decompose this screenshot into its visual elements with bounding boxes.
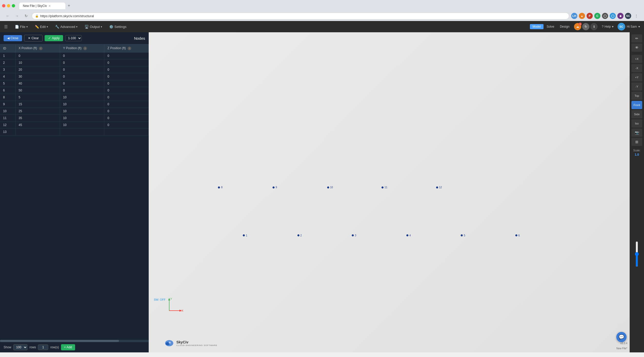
skyciv-logo: SkyCiv Cloud Engineering Software [164,338,217,348]
edit-tool-button[interactable]: ✏ [631,34,642,43]
svg-text:X: X [182,309,184,312]
clear-x-icon: ✕ [28,36,31,40]
lock-icon: 🔒 [35,14,39,18]
ext-icon-2[interactable]: ▲ [579,13,585,19]
info-icon-btn[interactable]: ℹ [590,23,598,30]
reload-button[interactable]: ↻ [23,12,30,19]
svg-marker-1 [168,298,170,300]
app-header: ☰ 📄 File ▾ ✏️ Edit ▾ 🔧 Advanced ▾ 🖥️ Out… [0,21,644,32]
nav-advanced[interactable]: 🔧 Advanced ▾ [52,23,80,31]
row-count-input[interactable] [38,344,48,350]
tab-design[interactable]: Design [557,24,572,29]
ext-icon-3[interactable]: P [587,13,593,19]
sync-icon-btn[interactable]: ↻ [582,23,589,30]
top-view-button[interactable]: Top [631,92,642,100]
node-9: 9 [273,186,277,189]
panel-bottom: Show 100 rows row(s) + Add [0,342,149,352]
logo-text: SkyCiv [176,340,217,344]
table-row: 13 [0,129,149,135]
ext-icon-7[interactable]: ◆ [617,13,623,19]
node-4: 4 [406,234,411,237]
output-chevron: ▾ [101,25,102,28]
table-row: 12 45 10 0 [0,122,149,129]
hamburger-menu[interactable]: ☰ [4,24,8,29]
table-row: 4 30 0 0 [0,73,149,80]
back-button[interactable]: ← [4,12,11,19]
cloud-badge: 0 [579,23,582,26]
close-button[interactable]: ◀ Close [4,35,22,41]
plus-y-button[interactable]: +Y [631,73,642,81]
ext-icon-4[interactable]: C [594,13,600,19]
logo-sub: Cloud Engineering Software [176,344,217,346]
col-id: ID [0,44,15,52]
y-info-icon[interactable]: i [83,47,87,50]
horizontal-scrollbar[interactable] [0,340,149,342]
model-solve-design: Model Solve Design ☁ 0 ↻ ℹ [530,23,598,30]
camera-button[interactable]: 📷 [631,129,642,137]
add-button[interactable]: + Add [61,344,75,350]
node-8: 8 [218,186,223,189]
front-view-button[interactable]: Front [631,101,642,109]
table-row: 8 5 10 0 [0,94,149,101]
sw-label: SW: OFF [154,298,166,301]
help-button[interactable]: ? Help ▾ [602,25,613,28]
nav-settings[interactable]: ⚙️ Settings [106,23,129,31]
range-select[interactable]: 1-100 [65,35,82,41]
layers-button[interactable]: ⊞ [631,138,642,146]
browser-dot-yellow[interactable] [7,4,10,7]
plus-x-button[interactable]: +X [631,55,642,63]
address-bar[interactable]: 🔒 https://platform.skyciv.com/structural [32,13,569,19]
scrollbar-thumb[interactable] [0,340,119,342]
ext-icon-5[interactable]: ◯ [602,13,608,19]
minus-x-button[interactable]: -X [631,64,642,72]
iso-view-button[interactable]: Iso [631,119,642,128]
node-12: 12 [436,186,442,189]
panel-title: Nodes [134,36,145,40]
chat-button[interactable]: 💬 [616,332,627,342]
edit-icon: ✏️ [35,25,39,29]
node-11: 11 [381,186,387,189]
browser-dot-green[interactable] [12,4,15,7]
table-row: 3 20 0 0 [0,66,149,73]
col-z: Z Position (ft) i [104,44,149,52]
skyciv-ext-icon[interactable]: SC [625,13,631,19]
apply-button[interactable]: ✓ Apply [45,35,63,41]
tab-solve[interactable]: Solve [544,24,557,29]
node-5: 5 [461,234,465,237]
side-view-button[interactable]: Side [631,110,642,118]
tab-close-button[interactable]: ✕ [48,4,51,8]
nav-file[interactable]: 📄 File ▾ [12,23,31,31]
table-row: 2 10 0 0 [0,59,149,66]
cloud-icon-btn[interactable]: ☁ 0 [574,23,581,30]
col-y: Y Position (ft) i [60,44,104,52]
chrome-menu-button[interactable]: ⋮ [633,12,640,19]
app-nav: 📄 File ▾ ✏️ Edit ▾ 🔧 Advanced ▾ 🖥️ Outpu… [12,23,530,31]
ext-icon-1[interactable]: LH [571,13,577,19]
table-row: 9 15 10 0 [0,101,149,108]
table-row: 5 40 0 0 [0,80,149,87]
minus-y-button[interactable]: -Y [631,82,642,91]
row-s-label: row(s) [50,345,59,349]
nav-output[interactable]: 🖥️ Output ▾ [82,23,105,31]
table-row: 6 50 0 0 [0,87,149,94]
new-tab-button[interactable]: + [65,2,73,9]
user-menu[interactable]: SC Hi Sam ▾ [618,23,640,30]
browser-tab[interactable]: New File | SkyCiv ✕ [19,3,65,9]
node-1: 1 [243,234,247,237]
nav-edit[interactable]: ✏️ Edit ▾ [32,23,51,31]
forward-button[interactable]: → [13,12,21,19]
z-info-icon[interactable]: i [128,47,131,50]
scale-slider[interactable] [633,241,640,267]
apply-check-icon: ✓ [48,36,51,40]
ext-icon-6[interactable]: ◯ [610,13,616,19]
browser-dot-red[interactable] [2,4,5,7]
clear-button[interactable]: ✕ Clear [24,35,43,41]
user-avatar: SC [618,23,625,30]
x-info-icon[interactable]: i [39,47,43,50]
tab-model[interactable]: Model [530,24,544,29]
eye-tool-button[interactable]: 👁 [631,44,642,52]
node-2: 2 [297,234,302,237]
rows-select[interactable]: 100 [13,344,27,350]
node-10: 10 [327,186,333,189]
viewport-canvas[interactable]: SW: OFF 1 2 3 4 5 6 [149,32,644,352]
